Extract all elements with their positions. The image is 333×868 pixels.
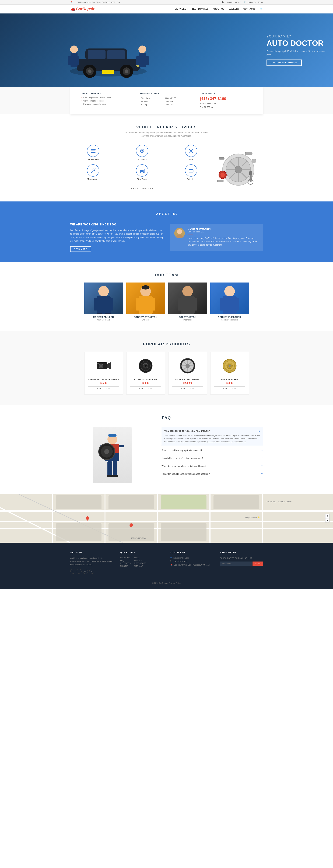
hours-row-3: Sunday: 10:00 - 03:00 [141, 103, 192, 106]
team-photo-3 [168, 282, 207, 314]
contact-col: GET IN TOUCH (415) 347-3160 Mobile: 02 5… [196, 92, 256, 109]
social-facebook[interactable]: f [70, 569, 75, 574]
service-oil-change[interactable]: Oil Change [119, 145, 165, 161]
services-title: VEHICLE REPAIR SERVICES [70, 125, 263, 129]
contact-phone[interactable]: (415) 347-3160 [200, 96, 252, 101]
footer-address-icon: 📍 [170, 564, 173, 566]
footer-quicklinks-col: QUICK LINKS ABOUT US FAQ CONTACTS PRICIN… [120, 551, 163, 574]
social-twitter[interactable]: t [77, 569, 81, 574]
faq-toggle-1[interactable]: ∧ [258, 430, 260, 432]
svg-point-35 [143, 172, 144, 173]
team-grid: ROBERT MULLER Main Mechanic RODNEY STRAT… [70, 282, 263, 321]
adv-text-2: Certified repair services [84, 100, 104, 102]
service-batteries[interactable]: Batteries [168, 164, 214, 181]
footer-quicklinks-title: QUICK LINKS [120, 551, 163, 554]
product-price-1: $75.99 [88, 381, 119, 384]
svg-rect-116 [113, 461, 117, 475]
footer-link-contacts[interactable]: CONTACTS [120, 562, 131, 564]
nav-about[interactable]: ABOUT US [213, 8, 225, 10]
footer-link-about[interactable]: ABOUT US [120, 557, 131, 559]
faq-question-3[interactable]: How do I keep track of routine maintenan… [162, 457, 263, 460]
svg-text:Kings Theatre ⭐: Kings Theatre ⭐ [245, 516, 260, 519]
team-photo-2 [126, 282, 165, 314]
newsletter-send-button[interactable]: SEND [253, 561, 263, 566]
services-subtitle: We are one of the leading auto repair sh… [123, 131, 210, 138]
svg-point-7 [88, 69, 92, 73]
faq-item-4: When do I need to replace my belts and h… [162, 462, 263, 470]
svg-rect-78 [223, 296, 237, 314]
svg-point-34 [140, 172, 141, 173]
svg-point-53 [221, 173, 225, 177]
faq-toggle-5[interactable]: ∨ [261, 473, 263, 475]
advantages-title: OUR ADVANTAGES [81, 92, 133, 94]
faq-toggle-3[interactable]: ∨ [261, 457, 263, 460]
faq-question-1[interactable]: What parts should be replaced at what in… [164, 430, 260, 432]
location-icon: 📍 [70, 1, 73, 3]
service-tow-truck[interactable]: Tow Truck [119, 164, 165, 181]
hours-time-1: 09:00 - 21:00 [165, 97, 192, 100]
svg-rect-21 [91, 149, 96, 150]
read-more-button[interactable]: READ MORE [70, 246, 91, 252]
footer-link-faq[interactable]: FAQ [120, 559, 131, 561]
newsletter-email-input[interactable] [220, 561, 252, 566]
contact-title: GET IN TOUCH [200, 92, 252, 94]
service-tires[interactable]: Tires [168, 145, 214, 161]
map-zoom-out[interactable]: − [325, 518, 330, 523]
testimonial-next-button[interactable]: › [326, 431, 331, 437]
tow-truck-icon [136, 164, 148, 177]
map-svg: PROSPECT PARK SOUTH Kings Theatre ⭐ KENS… [0, 494, 333, 542]
services-icons-container: Air Filtration Oil Change Ti [70, 145, 214, 191]
adv-text-1: Free Diagnostics & Brake Check [84, 97, 111, 99]
faq-question-2[interactable]: Should I consider using synthetic motor … [162, 449, 263, 452]
svg-point-104 [229, 365, 231, 367]
footer-link-blog[interactable]: BLOG [134, 557, 146, 559]
logo[interactable]: 🚗 CarRepair [70, 7, 95, 11]
service-air-filtration[interactable]: Air Filtration [70, 145, 116, 161]
team-member-4: ASHLEY FLETCHER Assistant Mechanic [210, 282, 249, 321]
service-label-5: Batteries [187, 178, 195, 181]
faq-toggle-4[interactable]: ∨ [261, 465, 263, 467]
svg-rect-69 [139, 296, 153, 314]
svg-point-56 [252, 159, 256, 163]
svg-rect-23 [91, 152, 96, 153]
social-googleplus[interactable]: g+ [83, 569, 88, 574]
hero-cta-button[interactable]: MAKE AN APPOINTMENT [267, 60, 302, 66]
faq-question-text-1: What parts should be replaced at what in… [164, 430, 210, 432]
copyright-text: © 2016 CarRepair. Privacy Policy [152, 582, 181, 584]
faq-toggle-2[interactable]: ∨ [261, 449, 263, 452]
nav-testimonials[interactable]: TESTIMONIALS [192, 8, 208, 10]
svg-point-89 [144, 365, 147, 367]
testimonial-prev-button[interactable]: ‹ [2, 431, 7, 437]
service-label-4: Tow Truck [137, 178, 147, 181]
team-role-4: Assistant Mechanic [210, 319, 249, 321]
add-to-cart-1[interactable]: ADD TO CART [88, 386, 119, 391]
svg-text:KENSINGTON: KENSINGTON [131, 537, 146, 539]
footer-link-pricing[interactable]: PRICING [120, 565, 131, 567]
nav-services[interactable]: SERVICES [175, 8, 188, 10]
nav-gallery[interactable]: GALLERY [229, 8, 239, 10]
footer-newsletter-col: NEWSLETTER SUBSCRIBE TO OUR MAILING LIST… [220, 551, 263, 574]
nav-contacts[interactable]: CONTACTS [243, 8, 256, 10]
footer-link-privacy[interactable]: PRIVACY [134, 559, 146, 561]
svg-rect-18 [139, 53, 146, 67]
team-name-1: ROBERT MULLER [84, 316, 123, 318]
footer-link-resources[interactable]: RESOURCES [134, 562, 146, 564]
svg-text:PROSPECT PARK SOUTH: PROSPECT PARK SOUTH [266, 500, 292, 503]
view-all-services-button[interactable]: VIEW ALL SERVICES [127, 186, 157, 191]
products-section: POPULAR PRODUCTS UNIVERSAL VIDEO CAMERA … [0, 331, 333, 405]
testimonial-content: MICHAEL EMBERLY San Francisco, CA I have… [188, 228, 259, 247]
footer-bottom: © 2016 CarRepair. Privacy Policy [70, 579, 263, 584]
cart-text: 0 Item(s) - $0.00 [249, 1, 263, 3]
faq-question-4[interactable]: When do I need to replace my belts and h… [162, 465, 263, 467]
product-price-4: $40.99 [214, 381, 245, 384]
footer-link-sitemap[interactable]: SITE MAP [134, 565, 146, 567]
map-zoom-in[interactable]: + [325, 514, 330, 518]
add-to-cart-4[interactable]: ADD TO CART [214, 386, 245, 391]
service-maintenance[interactable]: Maintenance [70, 164, 116, 181]
add-to-cart-3[interactable]: ADD TO CART [172, 386, 203, 391]
add-to-cart-2[interactable]: ADD TO CART [130, 386, 161, 391]
cart-icon[interactable]: 🛒 [243, 1, 246, 3]
social-linkedin[interactable]: in [89, 569, 94, 574]
faq-question-5[interactable]: How often should I consider maintenance … [162, 473, 263, 475]
search-icon[interactable]: 🔍 [260, 7, 263, 10]
